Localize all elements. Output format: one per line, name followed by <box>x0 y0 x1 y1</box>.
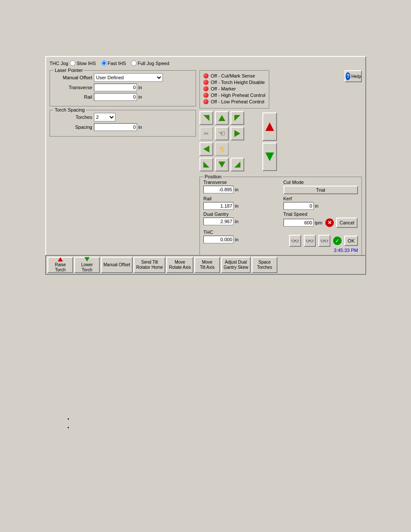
status-label-5: Off - Low Preheat Control <box>211 99 265 104</box>
view-btn-2[interactable]: 👓 <box>304 235 316 247</box>
ok-button[interactable]: OK <box>344 236 358 246</box>
torches-select[interactable]: 2 <box>94 113 115 121</box>
led-low-preheat <box>203 99 209 104</box>
right-column: Off - Cut/Mark Sense Off - Torch Height … <box>199 70 362 257</box>
pos-dual-gantry: Dual Gantry in <box>203 212 278 228</box>
pos-transverse-unit: in <box>235 187 239 192</box>
help-button[interactable]: ? Help <box>345 70 362 82</box>
pos-rail-input[interactable] <box>203 202 234 210</box>
status-label-4: Off - High Preheat Control <box>211 93 265 98</box>
down-left-arrow-icon <box>203 162 209 168</box>
pos-dual-gantry-unit: in <box>235 219 239 224</box>
slow-ihs-radio[interactable] <box>70 60 75 66</box>
scissors-icon: ✂ <box>204 130 209 137</box>
torch-down-icon <box>265 152 274 161</box>
status-label-3: Off - Marker <box>211 86 236 91</box>
torch-down-button[interactable] <box>262 143 277 171</box>
spacing-input[interactable] <box>94 123 137 131</box>
slow-ihs-label: Slow IHS <box>76 61 96 66</box>
cut-mode-button[interactable]: Trial <box>283 186 358 194</box>
full-jog-radio[interactable] <box>131 60 137 66</box>
cancel-icon: ✕ <box>325 218 334 227</box>
tall-arrow-buttons <box>262 112 277 171</box>
lower-torch-button[interactable]: LowerTorch <box>74 257 100 273</box>
pos-dual-gantry-label: Dual Gantry <box>203 212 278 217</box>
glasses-icon-1: 👓 <box>291 237 299 245</box>
jog-down-left-button[interactable] <box>199 158 213 171</box>
torches-label: Torches <box>53 115 92 120</box>
move-rotate-button[interactable]: MoveRotate Axis <box>166 257 193 273</box>
status-row-2: Off - Torch Height Disable <box>203 80 265 85</box>
fast-ihs-option[interactable]: Fast IHS <box>101 60 127 66</box>
pos-thc: THC in <box>203 230 278 247</box>
pos-thc-row: in <box>203 236 278 243</box>
jog-up-left-button[interactable] <box>199 111 213 125</box>
bullet-section <box>65 416 73 433</box>
rail-input[interactable] <box>94 93 137 101</box>
jog-down-button[interactable] <box>215 158 229 171</box>
bottom-toolbar: RaiseTorch LowerTorch Manual Offset Send… <box>45 255 366 275</box>
torch-up-button[interactable] <box>262 112 277 141</box>
full-jog-option[interactable]: Full Jog Speed <box>131 60 170 66</box>
jog-disabled-1: ✂ <box>199 127 213 140</box>
pos-transverse-label: Transverse <box>203 180 278 185</box>
send-tilt-button[interactable]: Send TiltRotator Home <box>134 257 165 273</box>
pos-rail-label: Rail <box>203 196 278 201</box>
move-tilt-label: MoveTilt Axis <box>200 260 215 270</box>
cancel-button[interactable]: Cancel <box>336 218 358 228</box>
status-label-2: Off - Torch Height Disable <box>211 80 265 85</box>
transverse-row: Transverse in <box>53 84 192 91</box>
down-right-arrow-icon <box>234 162 240 168</box>
view-btn-1[interactable]: 👓 <box>289 235 301 247</box>
jog-empty-2 <box>246 127 260 140</box>
trial-speed-label: Trial Speed <box>283 212 358 217</box>
fast-ihs-radio[interactable] <box>101 60 107 66</box>
trial-speed-input[interactable] <box>283 219 314 227</box>
jog-empty-3 <box>230 142 244 156</box>
jog-up-button[interactable] <box>215 111 229 125</box>
move-tilt-button[interactable]: MoveTilt Axis <box>194 257 220 273</box>
spacing-unit: in <box>138 124 142 130</box>
jog-disabled-2: ✋ <box>215 142 229 156</box>
manual-offset-row: Manual Offset User Defined <box>53 73 192 82</box>
manual-offset-button[interactable]: Manual Offset <box>101 257 133 273</box>
jog-down-right-button[interactable] <box>230 158 244 171</box>
lower-torch-label: LowerTorch <box>81 262 93 273</box>
adjust-dual-button[interactable]: Adjust DualGantry Skew <box>221 257 251 273</box>
jog-empty-5 <box>246 158 260 171</box>
jog-left-button[interactable] <box>199 142 213 156</box>
led-torch-height-disable <box>203 80 209 85</box>
transverse-input[interactable] <box>94 84 137 91</box>
left-column: Laser Pointer Manual Offset User Defined… <box>50 70 196 257</box>
fast-ihs-label: Fast IHS <box>108 61 126 66</box>
ok-check-icon: ✓ <box>333 236 342 245</box>
pos-thc-unit: in <box>235 237 239 242</box>
hand-drag-icon: ✋ <box>218 146 226 152</box>
pos-transverse-input[interactable] <box>203 186 234 193</box>
manual-offset-select[interactable]: User Defined <box>94 73 163 82</box>
pos-cut-mode: Cut Mode Trial <box>283 180 358 194</box>
raise-torch-button[interactable]: RaiseTorch <box>47 257 73 273</box>
led-cut-mark-sense <box>203 73 209 78</box>
status-row-4: Off - High Preheat Control <box>203 93 265 98</box>
rail-label: Rail <box>53 94 92 100</box>
pos-thc-input[interactable] <box>203 236 234 243</box>
time-display: 3:45:33 PM <box>203 248 358 253</box>
jog-hand-center-button[interactable]: ☜ <box>215 127 229 140</box>
torch-spacing-group: Torch Spacing Torches 2 Spacing in <box>50 110 196 137</box>
pos-thc-label: THC <box>203 230 278 235</box>
pos-dual-gantry-input[interactable] <box>203 218 234 225</box>
spacing-label: Spacing <box>53 124 92 130</box>
jog-right-button[interactable] <box>230 127 244 140</box>
hand-icon: ☜ <box>218 129 225 138</box>
slow-ihs-option[interactable]: Slow IHS <box>70 60 97 66</box>
pos-trial-speed: Trial Speed ipm ✕ Cancel <box>283 212 358 228</box>
main-panel: THC Jog Slow IHS Fast IHS Full Jog Speed… <box>45 56 366 261</box>
up-left-arrow-icon <box>203 115 209 121</box>
space-torches-button[interactable]: SpaceTorches <box>252 257 277 273</box>
view-btn-3[interactable]: 👓 <box>318 235 330 247</box>
ok-row: 👓 👓 👓 ✓ OK <box>283 235 358 247</box>
rail-unit: in <box>138 94 142 100</box>
kerf-input[interactable] <box>283 202 314 210</box>
jog-up-right-button[interactable] <box>230 111 244 125</box>
